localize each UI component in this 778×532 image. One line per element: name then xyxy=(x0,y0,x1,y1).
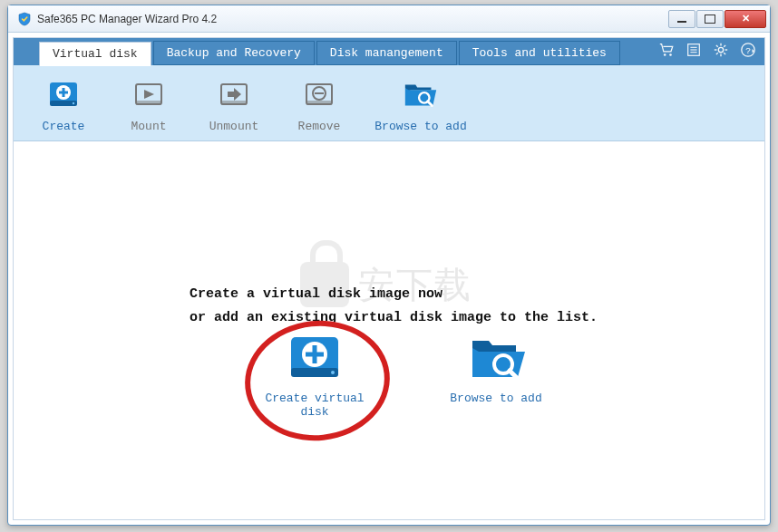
minimize-button[interactable] xyxy=(668,10,695,28)
unmount-label: Unmount xyxy=(209,120,259,133)
svg-rect-32 xyxy=(306,101,332,105)
svg-line-12 xyxy=(724,53,725,54)
toolbar: Create Mount Unmount Remove xyxy=(14,65,764,141)
svg-point-40 xyxy=(331,371,335,374)
intro-text: Create a virtual disk image now or add a… xyxy=(190,283,598,330)
svg-rect-25 xyxy=(136,101,161,105)
svg-point-22 xyxy=(73,102,74,104)
list-icon[interactable] xyxy=(685,41,703,59)
tabbar: Virtual disk Backup and Recovery Disk ma… xyxy=(14,38,764,65)
intro-line1: Create a virtual disk image now xyxy=(190,283,598,306)
svg-point-1 xyxy=(669,53,672,56)
svg-line-13 xyxy=(724,45,725,47)
mount-icon xyxy=(130,76,168,114)
create-virtual-disk-action[interactable]: Create virtual disk xyxy=(260,332,369,419)
create-button[interactable]: Create xyxy=(21,76,106,133)
create-label: Create xyxy=(43,120,85,133)
unmount-icon xyxy=(215,76,253,114)
tab-virtual-disk[interactable]: Virtual disk xyxy=(39,42,151,66)
mount-label: Mount xyxy=(131,120,166,133)
tab-backup-recovery[interactable]: Backup and Recovery xyxy=(153,41,315,65)
intro-line2: or add an existing virtual disk image to… xyxy=(190,306,598,330)
svg-text:?: ? xyxy=(745,45,751,55)
create-disk-icon xyxy=(44,76,83,114)
mount-button[interactable]: Mount xyxy=(106,76,191,133)
tab-disk-management[interactable]: Disk manangement xyxy=(316,41,457,65)
remove-label: Remove xyxy=(298,120,341,133)
create-disk-large-icon xyxy=(286,332,344,384)
browse-label: Browse to add xyxy=(374,120,466,133)
main-content: 安下载 Create a virtual disk image now or a… xyxy=(14,141,764,519)
create-action-label: Create virtual disk xyxy=(260,392,369,419)
tab-tools-utilities[interactable]: Tools and utilities xyxy=(459,41,620,65)
browse-action-label: Browse to add xyxy=(442,392,550,405)
svg-line-14 xyxy=(716,53,718,54)
app-window: Safe365 PC Manager Wizard Pro 4.2 Virtua… xyxy=(7,5,771,526)
svg-line-11 xyxy=(716,45,718,47)
svg-point-0 xyxy=(664,53,666,56)
maximize-button[interactable] xyxy=(696,10,724,28)
svg-marker-24 xyxy=(144,90,154,99)
svg-point-6 xyxy=(718,47,723,52)
browse-folder-icon xyxy=(402,76,440,114)
browse-to-add-button[interactable]: Browse to add xyxy=(362,76,480,133)
svg-marker-27 xyxy=(228,88,241,101)
window-title: Safe365 PC Manager Wizard Pro 4.2 xyxy=(37,13,668,25)
svg-rect-28 xyxy=(221,101,247,105)
browse-to-add-action[interactable]: Browse to add xyxy=(442,332,550,419)
gear-icon[interactable] xyxy=(712,41,730,59)
remove-button[interactable]: Remove xyxy=(277,76,362,133)
help-icon[interactable]: ? xyxy=(739,41,757,59)
app-icon xyxy=(17,12,32,26)
titlebar[interactable]: Safe365 PC Manager Wizard Pro 4.2 xyxy=(8,5,770,33)
unmount-button[interactable]: Unmount xyxy=(191,76,277,133)
cart-icon[interactable] xyxy=(657,41,676,59)
remove-icon xyxy=(300,76,338,114)
browse-folder-large-icon xyxy=(467,332,525,384)
close-button[interactable] xyxy=(725,10,766,28)
